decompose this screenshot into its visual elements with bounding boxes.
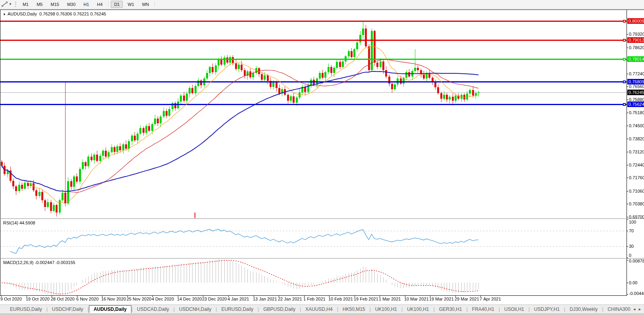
chart-title: ▼AUDUSD,Daily 0.76298 0.76306 0.76221 0.… (3, 11, 106, 16)
timeframe-button-h1[interactable]: H1 (80, 1, 92, 8)
toolbar-separator (154, 1, 155, 7)
chart-tab-usdcnh-daily[interactable]: USDCNH,Daily (175, 305, 216, 313)
chart-tab-hk50-m15[interactable]: HK50,M15 (338, 305, 370, 313)
tab-scroll-left-icon[interactable]: ◄ (632, 307, 636, 311)
tabs-row: EURUSD,Daily|USDCHF,Daily|AUDUSD,Daily|U… (0, 305, 644, 314)
chart-tab-uk100-h1[interactable]: UK100,H1 (371, 305, 401, 313)
timeframe-button-d1[interactable]: D1 (111, 1, 123, 8)
rsi-label: RSI(14) 44.5908 (3, 220, 35, 225)
symbol-ohlc-text: AUDUSD,Daily 0.76298 0.76306 0.76221 0.7… (8, 11, 106, 16)
collapse-triangle-icon[interactable]: ▼ (3, 13, 6, 16)
timeframe-button-m15[interactable]: M15 (47, 1, 62, 8)
trendline-tool-icon[interactable] (2, 2, 8, 7)
chart-tab-usoil-h1[interactable]: USOil,H1 (500, 305, 528, 313)
macd-label: MACD(12,26,9) -0.002447 -0.003155 (3, 260, 75, 265)
timeframe-button-m5[interactable]: M5 (33, 1, 46, 8)
chart-tab-uk100-h1[interactable]: UK100,H1 (403, 305, 433, 313)
tabbar-bottom-strip (0, 314, 644, 316)
timeframe-button-mn[interactable]: MN (139, 1, 152, 8)
chart-tab-usdjpy-h1[interactable]: USDJPY,H1 (530, 305, 564, 313)
line-tool-group[interactable]: ▼ (0, 2, 13, 7)
timeframe-button-m30[interactable]: M30 (64, 1, 79, 8)
chart-tab-dj30-weekly[interactable]: DJ30,Weekly (565, 305, 602, 313)
price-chart-canvas[interactable] (0, 0, 644, 316)
tab-scroll-arrows: ◄► (631, 305, 643, 314)
timeframe-button-w1[interactable]: W1 (124, 1, 137, 8)
toolbar-separator (108, 1, 108, 7)
timeframe-button-h4[interactable]: H4 (94, 1, 106, 8)
chart-tab-audusd-daily[interactable]: AUDUSD,Daily (89, 305, 131, 313)
chart-tab-bar: EURUSD,Daily|USDCHF,Daily|AUDUSD,Daily|U… (0, 302, 644, 316)
mt4-terminal: ▼ M1M5M15M30H1H4D1W1MN ▼AUDUSD,Daily 0.7… (0, 0, 644, 316)
chart-tab-usdchf-daily[interactable]: USDCHF,Daily (48, 305, 88, 313)
chart-tab-eurusd-daily[interactable]: EURUSD,Daily (217, 305, 258, 313)
chart-tab-ger30-h1[interactable]: GER30,H1 (435, 305, 467, 313)
timeframe-toolbar: ▼ M1M5M15M30H1H4D1W1MN (0, 0, 644, 9)
toolbar-drag-grip[interactable] (15, 2, 16, 7)
dropdown-caret-icon[interactable]: ▼ (9, 2, 12, 6)
timeframe-button-m1[interactable]: M1 (19, 1, 32, 8)
chart-tab-xauusd-h4[interactable]: XAUUSD,H4 (301, 305, 337, 313)
chart-tab-eurusd-daily[interactable]: EURUSD,Daily (6, 305, 46, 313)
tab-scroll-right-icon[interactable]: ► (638, 307, 642, 311)
chart-tab-usdcad-daily[interactable]: USDCAD,Daily (133, 305, 174, 313)
chart-tab-gbpusd-daily[interactable]: GBPUSD,Daily (259, 305, 300, 313)
chart-tab-fra40-h1[interactable]: FRA40,H1 (468, 305, 499, 313)
